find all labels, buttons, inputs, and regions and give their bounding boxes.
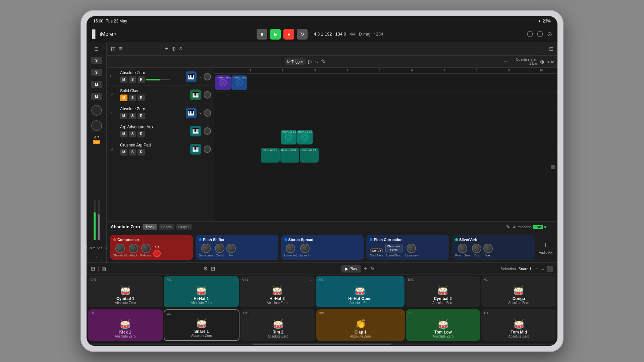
eq-icon[interactable]: ⊟ — [94, 46, 99, 52]
track-solo-2[interactable]: S — [129, 95, 136, 101]
track-rec-5[interactable]: R — [138, 149, 145, 156]
settings-icon[interactable]: ⊟ — [549, 46, 553, 52]
solo-s-button[interactable]: S — [91, 57, 102, 64]
release-knob-control[interactable] — [141, 244, 151, 253]
pan-knob-2[interactable] — [91, 120, 102, 131]
mix-knob-control[interactable] — [226, 244, 236, 253]
loop-button[interactable]: ↻ — [297, 29, 308, 40]
grid-view-icon[interactable]: ⊞ — [111, 45, 116, 53]
output-tab[interactable]: Output — [176, 224, 192, 230]
track-solo-3[interactable]: S — [129, 113, 136, 119]
track-instrument-3[interactable]: 🎹 — [186, 108, 197, 118]
drum-pad-hihat2[interactable]: G#1 1 🥁 Hi-Hat 2 Absolute Zero — [240, 276, 315, 307]
track-rec-1[interactable]: R — [138, 76, 145, 83]
track-expand-1[interactable]: › — [199, 74, 201, 79]
track-volume-knob-4[interactable] — [204, 127, 211, 135]
more-options-icon[interactable]: ··· — [541, 46, 546, 52]
clip-teal-2[interactable]: Neon...B 02 — [297, 130, 313, 144]
track-volume-knob-2[interactable] — [204, 91, 211, 99]
drum-add-icon[interactable]: + — [364, 265, 368, 272]
drum-pad-rim2[interactable]: C#1 🥁 Rim 2 Absolute Zero — [240, 309, 315, 341]
wet-knob-control[interactable] — [483, 244, 493, 253]
track-instrument-1[interactable]: 🎹 — [186, 71, 197, 82]
track-solo-5[interactable]: S — [129, 149, 136, 156]
track-expand-3[interactable]: › — [199, 110, 201, 116]
drum-more-icon[interactable]: ··· — [534, 266, 539, 272]
upper-int-knob-control[interactable] — [300, 244, 310, 253]
dupe-track-icon[interactable]: ⊕ — [171, 46, 176, 52]
resize-handle[interactable] — [551, 165, 555, 169]
track-volume-knob-1[interactable] — [204, 73, 211, 80]
clip-teal-4[interactable]: Neon...ad 02 — [280, 148, 299, 163]
drum-list2-icon[interactable]: ≡ — [541, 266, 544, 272]
clip-blue-1[interactable]: Absol...Zero — [231, 75, 247, 90]
track-solo-1[interactable]: S — [129, 76, 136, 83]
chromatic-scale-display[interactable]: Chromatic Scale — [385, 244, 402, 253]
drum-mixer-icon[interactable]: ⊟ — [211, 265, 215, 272]
fx-plugin-pitch[interactable]: Pitch Shifter Semitones Cents — [196, 235, 278, 260]
drum-pad-kick1[interactable]: C1 🥁 Kick 1 Absolute Zero — [88, 309, 163, 341]
clip-teal-1[interactable]: Neon...B 01 — [281, 130, 297, 144]
drum-settings-icon[interactable]: ⚙ — [203, 265, 208, 272]
root-note-select[interactable]: None ▾ — [370, 248, 383, 253]
track-tab[interactable]: Track — [143, 224, 157, 230]
threshold-knob-control[interactable] — [115, 244, 125, 253]
response-knob-control[interactable] — [407, 244, 416, 253]
track-instrument-5[interactable]: 🎹 — [190, 144, 201, 155]
add-track-icon[interactable]: + — [165, 45, 168, 52]
drum-play-button[interactable]: ▶ Play — [341, 265, 361, 273]
back-button[interactable]: ‹ — [92, 29, 96, 39]
track-rec-3[interactable]: R — [138, 113, 145, 119]
fader-track-2[interactable] — [98, 200, 100, 240]
mute-m-button[interactable]: M — [91, 81, 102, 88]
drum-pad-snare1[interactable]: D1 🥁 Snare 1 Absolute Zero — [164, 309, 240, 341]
list-view-icon[interactable]: ≡ — [119, 45, 123, 52]
trigger-pen-icon[interactable]: ✎ — [321, 58, 325, 65]
record-button[interactable]: ● — [283, 29, 294, 40]
play-button[interactable]: ▶ — [270, 29, 281, 40]
trigger-circle-icon[interactable]: ○ — [315, 59, 318, 65]
track-solo-4[interactable]: S — [129, 131, 136, 137]
drum-pad-clap1[interactable]: D#1 1 👏 Clap 1 Absolute Zero — [316, 309, 405, 341]
drum-pad-cymbal1[interactable]: C#2 🥁 Cymbal 1 Absolute Zero — [88, 276, 163, 307]
stop-button[interactable]: ■ — [257, 29, 267, 40]
track-volume-knob-3[interactable] — [204, 109, 211, 117]
header-more-icon[interactable]: ··· — [503, 59, 508, 65]
drum-pad-cymbal2[interactable]: D#2 🥁 Cymbal 2 Absolute Zero — [406, 276, 480, 307]
fx-plugin-correction[interactable]: Pitch Correction None ▾ Root Note — [366, 235, 449, 260]
drum-pad-hihat-open[interactable]: A#1 1 🥁 Hi-Hat Open Absolute Zero — [316, 276, 405, 307]
drum-pen-icon[interactable]: ✎ — [370, 265, 375, 272]
track-volume-knob-5[interactable] — [204, 145, 211, 153]
track-mute-2[interactable]: M — [120, 95, 127, 101]
track-mute-3[interactable]: M — [120, 113, 127, 119]
nav-info-icon[interactable]: ⓘ — [527, 30, 533, 38]
scroll-track[interactable] — [91, 344, 553, 345]
sends-tab[interactable]: Sends — [159, 224, 174, 230]
track-instrument-4[interactable]: 🎹 — [190, 126, 201, 136]
nav-help-icon[interactable]: ⓘ — [537, 30, 543, 38]
track-mute-5[interactable]: M — [120, 149, 127, 156]
pan-knob-1[interactable] — [91, 105, 102, 116]
clip-purple-1[interactable]: Absol...Zero — [215, 75, 231, 90]
drum-pad-conga[interactable]: A1 🥁 Conga Absolute Zero — [481, 276, 556, 307]
drum-pad-tom-mid[interactable]: G1 🥁 Tom Mid Absolute Zero — [481, 309, 556, 341]
lower-int-knob-control[interactable] — [286, 244, 295, 253]
stereo-arrows-icon[interactable]: ⊲⊳ — [547, 59, 555, 64]
fx-plugin-stereo[interactable]: Stereo Spread Lower Int Upper Int — [281, 235, 364, 260]
fx-plugin-compressor[interactable]: Compressor Threshold Attack — [110, 235, 193, 260]
moon-icon[interactable]: ◑ — [540, 59, 544, 64]
cents-knob-control[interactable] — [215, 244, 224, 253]
track-more-icon[interactable]: ··· — [549, 224, 553, 230]
drum-pad-hihat1[interactable]: F#1 1 🥁 Hi-Hat 1 Absolute Zero — [164, 276, 238, 307]
fx-plugin-silververb[interactable]: SilverVerb Room Size Dry — [452, 235, 535, 260]
fader-track-1[interactable] — [94, 200, 96, 240]
track-mute-1[interactable]: M — [120, 76, 127, 83]
clip-teal-5[interactable]: Neon...ad 03 — [300, 148, 319, 163]
clip-teal-3[interactable]: Neon...ad 01 — [261, 148, 280, 163]
track-edit-icon[interactable]: ✎ — [506, 224, 510, 230]
piano-roll-icon[interactable]: ⬛ — [547, 265, 553, 272]
room-size-knob-control[interactable] — [458, 244, 467, 253]
s-label[interactable]: S — [179, 46, 182, 51]
app-title[interactable]: iMore ▾ — [100, 31, 116, 37]
trigger-button[interactable]: ▷ Trigger — [285, 58, 306, 65]
